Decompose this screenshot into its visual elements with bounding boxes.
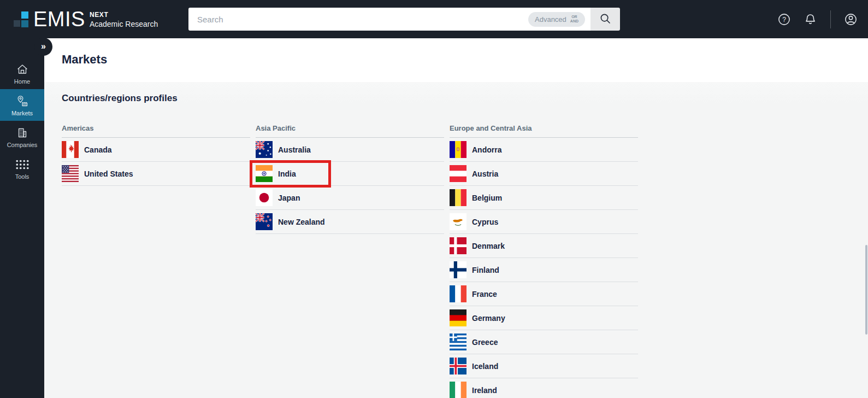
country-label: Greece — [472, 338, 498, 347]
search-input[interactable] — [188, 8, 528, 31]
bell-icon[interactable] — [804, 13, 817, 26]
country-row-germany[interactable]: Germany — [450, 306, 638, 330]
section-title: Countries/regions profiles — [62, 93, 868, 104]
country-row-ireland[interactable]: Ireland — [450, 378, 638, 398]
page-title-band: Markets — [44, 38, 868, 82]
account-icon[interactable] — [845, 13, 857, 26]
country-row-austria[interactable]: Austria — [450, 162, 638, 186]
flag-icon-jp — [256, 189, 273, 206]
advanced-label: Advanced — [535, 15, 566, 24]
sidebar-item-tools[interactable]: Tools — [0, 153, 44, 184]
region-header: Europe and Central Asia — [450, 124, 638, 138]
flag-icon-ad — [450, 141, 467, 158]
emis-logo-squares-icon — [14, 11, 28, 27]
flag-icon-fr — [450, 285, 467, 302]
country-label: Japan — [278, 194, 300, 202]
sidebar-nav: HomeMarketsCompaniesTools — [0, 38, 44, 398]
country-row-australia[interactable]: Australia — [256, 138, 444, 162]
main-content: Countries/regions profiles AmericasCanad… — [44, 82, 868, 398]
search-bar: Advanced OR AND — [188, 8, 620, 31]
region-column-europe-and-central-asia: Europe and Central AsiaAndorraAustriaBel… — [450, 124, 643, 398]
flag-icon-be — [450, 189, 467, 206]
product-name: NEXT — [90, 11, 158, 19]
tools-icon — [15, 157, 29, 172]
markets-icon — [15, 94, 29, 108]
country-label: Andorra — [472, 145, 501, 154]
page-title: Markets — [62, 52, 868, 67]
country-label: Canada — [84, 145, 112, 154]
country-label: Ireland — [472, 386, 497, 395]
sidebar-expand-button[interactable]: » — [34, 38, 52, 56]
sidebar-item-companies[interactable]: Companies — [0, 121, 44, 153]
country-row-france[interactable]: France — [450, 282, 638, 306]
svg-text:?: ? — [782, 15, 786, 23]
sidebar-item-markets[interactable]: Markets — [0, 89, 44, 121]
flag-icon-is — [450, 358, 467, 374]
sidebar-item-label: Companies — [7, 142, 38, 148]
country-label: Cyprus — [472, 218, 498, 226]
header-icon-group: ? — [778, 0, 857, 38]
region-header: Asia Pacific — [256, 124, 444, 138]
country-row-finland[interactable]: Finland — [450, 258, 638, 282]
country-row-japan[interactable]: Japan — [256, 186, 444, 210]
country-row-iceland[interactable]: Iceland — [450, 354, 638, 378]
country-label: Austria — [472, 169, 498, 178]
search-button[interactable] — [591, 8, 620, 31]
search-icon — [600, 13, 611, 26]
flag-icon-gr — [450, 333, 467, 350]
sidebar-item-label: Tools — [15, 173, 29, 180]
region-header: Americas — [62, 124, 250, 138]
flag-icon-fi — [450, 261, 467, 278]
country-label: France — [472, 290, 497, 298]
companies-icon — [15, 126, 29, 140]
flag-icon-au — [256, 141, 273, 158]
country-row-belgium[interactable]: Belgium — [450, 186, 638, 210]
flag-icon-de — [450, 309, 467, 326]
sidebar-item-home[interactable]: Home — [0, 57, 44, 89]
country-row-andorra[interactable]: Andorra — [450, 138, 638, 162]
country-row-denmark[interactable]: Denmark — [450, 234, 638, 258]
flag-icon-cy — [450, 213, 467, 230]
country-label: India — [278, 169, 296, 178]
country-row-india[interactable]: India — [256, 162, 444, 186]
country-row-greece[interactable]: Greece — [450, 330, 638, 354]
country-label: Finland — [472, 266, 499, 274]
flag-icon-us — [62, 165, 79, 182]
country-row-canada[interactable]: Canada — [62, 138, 250, 162]
advanced-search-toggle[interactable]: Advanced OR AND — [528, 12, 585, 27]
sidebar-item-label: Home — [14, 78, 30, 85]
country-row-united-states[interactable]: United States — [62, 162, 250, 186]
brand-name: EMIS — [33, 10, 85, 28]
flag-icon-ie — [450, 382, 467, 398]
flag-icon-nz — [256, 213, 273, 230]
country-label: New Zealand — [278, 218, 325, 226]
sidebar-item-label: Markets — [11, 110, 33, 116]
flag-icon-dk — [450, 237, 467, 254]
country-row-cyprus[interactable]: Cyprus — [450, 210, 638, 234]
chevron-double-right-icon: » — [41, 42, 46, 51]
country-label: Iceland — [472, 362, 498, 371]
country-label: Denmark — [472, 242, 505, 250]
header-divider — [830, 10, 831, 28]
or-and-toggle-icon: OR AND — [570, 15, 578, 24]
country-label: Belgium — [472, 194, 502, 202]
country-label: United States — [84, 169, 133, 178]
country-label: Germany — [472, 314, 505, 323]
scrollbar-thumb[interactable] — [865, 245, 867, 335]
product-subtitle: Academic Research — [90, 20, 158, 28]
flag-icon-in — [256, 165, 273, 182]
emis-logo[interactable]: EMIS NEXT Academic Research — [14, 0, 158, 38]
home-icon — [15, 62, 29, 77]
help-icon[interactable]: ? — [778, 13, 790, 26]
regions-columns: AmericasCanadaUnited StatesAsia PacificA… — [62, 124, 868, 398]
region-column-americas: AmericasCanadaUnited States — [62, 124, 256, 186]
country-row-new-zealand[interactable]: New Zealand — [256, 210, 444, 234]
country-label: Australia — [278, 145, 311, 154]
app-header: EMIS NEXT Academic Research Advanced OR … — [0, 0, 868, 38]
flag-icon-ca — [62, 141, 79, 158]
region-column-asia-pacific: Asia PacificAustraliaIndiaJapanNew Zeala… — [256, 124, 450, 234]
flag-icon-at — [450, 165, 467, 182]
